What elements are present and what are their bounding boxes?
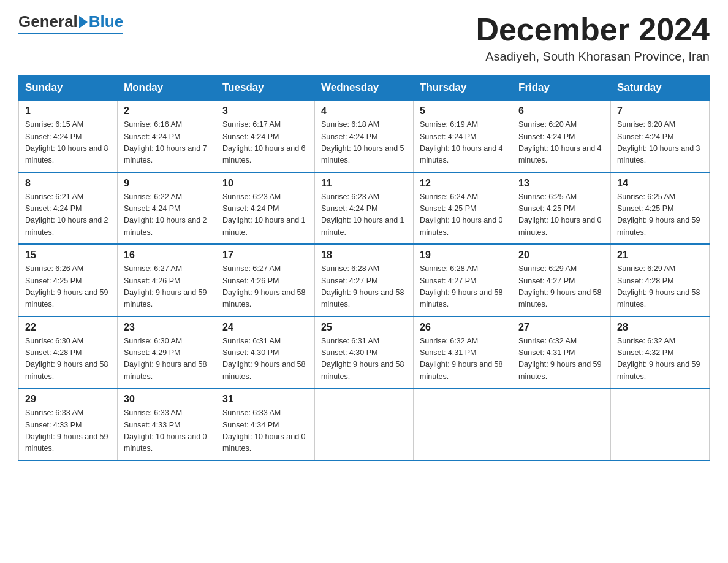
day-info: Sunrise: 6:31 AMSunset: 4:30 PMDaylight:… <box>222 335 308 383</box>
logo-general-text: General <box>18 12 78 31</box>
day-number: 25 <box>321 322 407 333</box>
day-number: 17 <box>222 250 308 261</box>
day-number: 29 <box>25 394 111 405</box>
week-row-3: 15Sunrise: 6:26 AMSunset: 4:25 PMDayligh… <box>19 244 710 316</box>
day-info: Sunrise: 6:15 AMSunset: 4:24 PMDaylight:… <box>25 119 111 167</box>
day-info: Sunrise: 6:29 AMSunset: 4:27 PMDaylight:… <box>518 263 604 311</box>
day-info: Sunrise: 6:33 AMSunset: 4:34 PMDaylight:… <box>222 407 308 455</box>
day-number: 1 <box>25 105 111 117</box>
day-cell: 1Sunrise: 6:15 AMSunset: 4:24 PMDaylight… <box>19 101 118 172</box>
day-cell: 8Sunrise: 6:21 AMSunset: 4:24 PMDaylight… <box>19 172 118 245</box>
week-row-1: 1Sunrise: 6:15 AMSunset: 4:24 PMDaylight… <box>19 101 710 172</box>
day-number: 21 <box>617 250 703 261</box>
day-number: 8 <box>25 178 111 189</box>
header-cell-sunday: Sunday <box>19 75 118 101</box>
day-cell: 16Sunrise: 6:27 AMSunset: 4:26 PMDayligh… <box>118 244 216 316</box>
day-number: 20 <box>518 250 604 261</box>
day-number: 31 <box>222 394 308 405</box>
title-block: December 2024 Asadiyeh, South Khorasan P… <box>476 12 710 64</box>
day-info: Sunrise: 6:31 AMSunset: 4:30 PMDaylight:… <box>321 335 407 383</box>
day-cell: 12Sunrise: 6:24 AMSunset: 4:25 PMDayligh… <box>414 172 512 245</box>
day-info: Sunrise: 6:32 AMSunset: 4:31 PMDaylight:… <box>420 335 506 383</box>
day-number: 30 <box>124 394 210 405</box>
header-cell-saturday: Saturday <box>611 75 710 101</box>
day-number: 24 <box>222 322 308 333</box>
day-info: Sunrise: 6:23 AMSunset: 4:24 PMDaylight:… <box>222 191 308 239</box>
day-info: Sunrise: 6:32 AMSunset: 4:32 PMDaylight:… <box>617 335 703 383</box>
day-cell <box>414 388 512 461</box>
logo-underline <box>18 33 123 34</box>
day-info: Sunrise: 6:27 AMSunset: 4:26 PMDaylight:… <box>124 263 210 311</box>
day-number: 14 <box>617 178 703 189</box>
day-info: Sunrise: 6:19 AMSunset: 4:24 PMDaylight:… <box>420 119 506 167</box>
day-info: Sunrise: 6:28 AMSunset: 4:27 PMDaylight:… <box>321 263 407 311</box>
day-cell: 18Sunrise: 6:28 AMSunset: 4:27 PMDayligh… <box>315 244 414 316</box>
day-cell: 26Sunrise: 6:32 AMSunset: 4:31 PMDayligh… <box>414 316 512 389</box>
day-info: Sunrise: 6:21 AMSunset: 4:24 PMDaylight:… <box>25 191 111 239</box>
day-cell: 28Sunrise: 6:32 AMSunset: 4:32 PMDayligh… <box>611 316 710 389</box>
day-cell: 6Sunrise: 6:20 AMSunset: 4:24 PMDaylight… <box>512 101 611 172</box>
day-number: 11 <box>321 178 407 189</box>
day-cell <box>512 388 611 461</box>
day-cell: 30Sunrise: 6:33 AMSunset: 4:33 PMDayligh… <box>118 388 216 461</box>
day-number: 22 <box>25 322 111 333</box>
day-cell: 13Sunrise: 6:25 AMSunset: 4:25 PMDayligh… <box>512 172 611 245</box>
day-cell: 9Sunrise: 6:22 AMSunset: 4:24 PMDaylight… <box>118 172 216 245</box>
day-info: Sunrise: 6:26 AMSunset: 4:25 PMDaylight:… <box>25 263 111 311</box>
day-cell: 3Sunrise: 6:17 AMSunset: 4:24 PMDaylight… <box>216 101 315 172</box>
calendar-table: SundayMondayTuesdayWednesdayThursdayFrid… <box>18 75 710 461</box>
day-info: Sunrise: 6:30 AMSunset: 4:29 PMDaylight:… <box>124 335 210 383</box>
header-cell-monday: Monday <box>118 75 216 101</box>
day-info: Sunrise: 6:22 AMSunset: 4:24 PMDaylight:… <box>124 191 210 239</box>
day-cell: 23Sunrise: 6:30 AMSunset: 4:29 PMDayligh… <box>118 316 216 389</box>
day-info: Sunrise: 6:23 AMSunset: 4:24 PMDaylight:… <box>321 191 407 239</box>
day-number: 13 <box>518 178 604 189</box>
week-row-2: 8Sunrise: 6:21 AMSunset: 4:24 PMDaylight… <box>19 172 710 245</box>
day-number: 7 <box>617 105 703 117</box>
day-info: Sunrise: 6:18 AMSunset: 4:24 PMDaylight:… <box>321 119 407 167</box>
day-number: 26 <box>420 322 506 333</box>
day-info: Sunrise: 6:32 AMSunset: 4:31 PMDaylight:… <box>518 335 604 383</box>
day-info: Sunrise: 6:20 AMSunset: 4:24 PMDaylight:… <box>518 119 604 167</box>
day-number: 3 <box>222 105 308 117</box>
day-cell <box>611 388 710 461</box>
logo: General Blue <box>18 12 123 34</box>
header-cell-thursday: Thursday <box>414 75 512 101</box>
day-cell: 5Sunrise: 6:19 AMSunset: 4:24 PMDaylight… <box>414 101 512 172</box>
day-info: Sunrise: 6:25 AMSunset: 4:25 PMDaylight:… <box>518 191 604 239</box>
day-cell: 27Sunrise: 6:32 AMSunset: 4:31 PMDayligh… <box>512 316 611 389</box>
day-number: 9 <box>124 178 210 189</box>
header-cell-friday: Friday <box>512 75 611 101</box>
day-number: 28 <box>617 322 703 333</box>
day-cell: 21Sunrise: 6:29 AMSunset: 4:28 PMDayligh… <box>611 244 710 316</box>
month-year-title: December 2024 <box>476 12 710 47</box>
logo-blue-text: Blue <box>89 12 123 31</box>
day-cell: 11Sunrise: 6:23 AMSunset: 4:24 PMDayligh… <box>315 172 414 245</box>
day-cell: 7Sunrise: 6:20 AMSunset: 4:24 PMDaylight… <box>611 101 710 172</box>
day-info: Sunrise: 6:20 AMSunset: 4:24 PMDaylight:… <box>617 119 703 167</box>
page-header: General Blue December 2024 Asadiyeh, Sou… <box>18 12 710 64</box>
header-row: SundayMondayTuesdayWednesdayThursdayFrid… <box>19 75 710 101</box>
day-cell: 2Sunrise: 6:16 AMSunset: 4:24 PMDaylight… <box>118 101 216 172</box>
header-cell-tuesday: Tuesday <box>216 75 315 101</box>
day-number: 5 <box>420 105 506 117</box>
day-cell: 4Sunrise: 6:18 AMSunset: 4:24 PMDaylight… <box>315 101 414 172</box>
day-cell: 22Sunrise: 6:30 AMSunset: 4:28 PMDayligh… <box>19 316 118 389</box>
day-info: Sunrise: 6:16 AMSunset: 4:24 PMDaylight:… <box>124 119 210 167</box>
day-number: 19 <box>420 250 506 261</box>
day-number: 15 <box>25 250 111 261</box>
day-number: 16 <box>124 250 210 261</box>
day-number: 4 <box>321 105 407 117</box>
day-cell: 25Sunrise: 6:31 AMSunset: 4:30 PMDayligh… <box>315 316 414 389</box>
day-cell: 17Sunrise: 6:27 AMSunset: 4:26 PMDayligh… <box>216 244 315 316</box>
day-cell: 19Sunrise: 6:28 AMSunset: 4:27 PMDayligh… <box>414 244 512 316</box>
location-subtitle: Asadiyeh, South Khorasan Province, Iran <box>476 50 710 64</box>
day-cell: 14Sunrise: 6:25 AMSunset: 4:25 PMDayligh… <box>611 172 710 245</box>
day-number: 18 <box>321 250 407 261</box>
day-cell: 10Sunrise: 6:23 AMSunset: 4:24 PMDayligh… <box>216 172 315 245</box>
day-cell: 31Sunrise: 6:33 AMSunset: 4:34 PMDayligh… <box>216 388 315 461</box>
logo-text: General Blue <box>18 12 123 31</box>
calendar-body: 1Sunrise: 6:15 AMSunset: 4:24 PMDaylight… <box>19 101 710 461</box>
day-cell: 29Sunrise: 6:33 AMSunset: 4:33 PMDayligh… <box>19 388 118 461</box>
week-row-5: 29Sunrise: 6:33 AMSunset: 4:33 PMDayligh… <box>19 388 710 461</box>
